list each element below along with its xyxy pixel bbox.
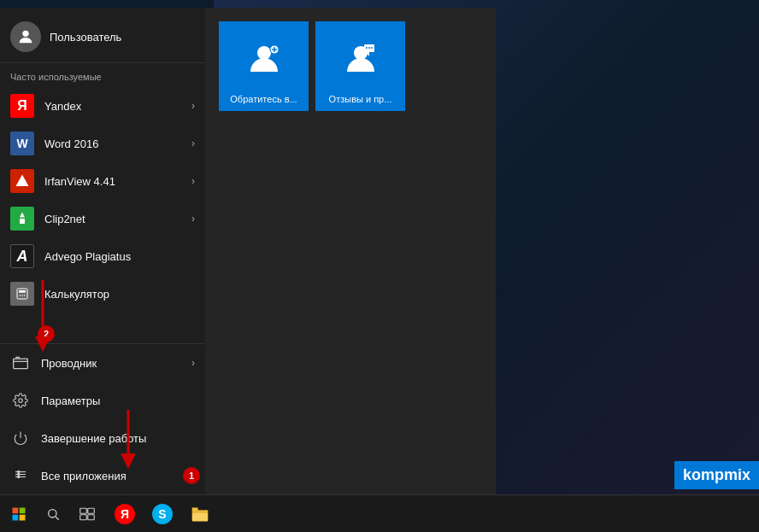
- svg-point-22: [366, 47, 368, 49]
- svg-point-5: [20, 295, 21, 296]
- chevron-right-icon: ›: [191, 175, 195, 187]
- explorer-icon: [10, 353, 31, 373]
- tile-feedback[interactable]: Отзывы и пр...: [315, 21, 405, 111]
- app-name-irfan: IrfanView 4.41: [44, 175, 181, 188]
- svg-rect-39: [192, 507, 197, 511]
- action-name-allapps: Все приложения: [41, 470, 195, 482]
- svg-rect-2: [20, 219, 25, 224]
- power-icon: [10, 428, 31, 448]
- svg-rect-35: [80, 514, 87, 519]
- svg-rect-8: [14, 359, 28, 369]
- start-menu-tiles-panel: Обратитесь в...: [205, 8, 496, 494]
- svg-rect-28: [20, 507, 26, 513]
- svg-rect-34: [88, 508, 95, 513]
- taskbar-skype-button[interactable]: S: [144, 495, 181, 533]
- chevron-right-icon: ›: [191, 357, 195, 369]
- svg-point-24: [371, 47, 373, 49]
- watermark: kompmix: [674, 461, 759, 489]
- svg-point-6: [21, 295, 23, 296]
- svg-rect-36: [88, 514, 95, 519]
- avatar: [10, 21, 41, 52]
- app-name-calc: Калькулятор: [44, 288, 195, 301]
- svg-point-17: [257, 46, 271, 60]
- chevron-right-icon: ›: [191, 100, 195, 112]
- action-item-allapps[interactable]: Все приложения 1: [0, 457, 205, 494]
- svg-rect-33: [80, 508, 87, 513]
- user-name: Пользователь: [50, 31, 121, 44]
- feedback-icon: [340, 38, 381, 79]
- tile-label-feedback: Отзывы и пр...: [315, 91, 405, 108]
- badge-1: 1: [183, 467, 200, 484]
- clip-icon: [10, 207, 34, 231]
- start-menu: Пользователь Часто используемые Я Yandex…: [0, 8, 496, 494]
- svg-point-31: [49, 509, 56, 517]
- action-name-settings: Параметры: [41, 395, 195, 407]
- taskbar-yandex-button[interactable]: Я: [106, 495, 144, 533]
- tiles-grid: Обратитесь в...: [219, 21, 482, 111]
- svg-point-15: [18, 473, 20, 475]
- chevron-right-icon: ›: [191, 137, 195, 149]
- action-item-power[interactable]: Завершение работы: [0, 419, 205, 457]
- taskbar: Я S: [0, 494, 759, 532]
- app-name-advego: Advego Plagiatus: [44, 250, 195, 263]
- svg-point-23: [368, 47, 370, 49]
- watermark-text: kompmix: [683, 466, 750, 483]
- frequent-label: Часто используемые: [0, 63, 205, 87]
- app-item-word[interactable]: W Word 2016 ›: [0, 125, 205, 162]
- svg-rect-30: [20, 514, 26, 520]
- svg-marker-1: [16, 175, 29, 187]
- svg-rect-4: [19, 290, 26, 293]
- yandex-icon: Я: [10, 94, 34, 118]
- user-section[interactable]: Пользователь: [0, 8, 205, 63]
- action-name-explorer: Проводник: [41, 357, 181, 370]
- app-item-calc[interactable]: Калькулятор: [0, 275, 205, 313]
- taskbar-taskview-button[interactable]: [68, 495, 106, 533]
- taskbar-start-button[interactable]: [0, 495, 38, 533]
- action-item-settings[interactable]: Параметры: [0, 382, 205, 419]
- action-item-explorer[interactable]: Проводник ›: [0, 344, 205, 382]
- svg-point-0: [22, 31, 28, 37]
- bottom-actions: Проводник › Параметры: [0, 343, 205, 494]
- advego-icon: A: [10, 244, 34, 268]
- calc-icon: [10, 282, 34, 306]
- badge-2: 2: [38, 325, 55, 342]
- svg-line-32: [56, 517, 59, 520]
- app-name-clip2net: Clip2net: [44, 213, 181, 225]
- svg-rect-27: [13, 507, 19, 513]
- svg-rect-29: [13, 514, 19, 520]
- contact-icon: [244, 38, 285, 79]
- app-item-yandex[interactable]: Я Yandex ›: [0, 87, 205, 125]
- svg-point-7: [24, 295, 26, 296]
- taskbar-explorer-button[interactable]: [181, 495, 219, 533]
- chevron-right-icon: ›: [191, 213, 195, 225]
- word-icon: W: [10, 132, 34, 155]
- app-list: Я Yandex › W Word 2016 ›: [0, 87, 205, 343]
- app-item-advego[interactable]: A Advego Plagiatus: [0, 237, 205, 275]
- svg-point-14: [18, 471, 20, 472]
- svg-rect-38: [192, 513, 208, 521]
- start-menu-left-panel: Пользователь Часто используемые Я Yandex…: [0, 8, 205, 494]
- app-item-clip2net[interactable]: Clip2net ›: [0, 200, 205, 237]
- action-name-power: Завершение работы: [41, 432, 195, 445]
- desktop: Пользователь Часто используемые Я Yandex…: [0, 0, 759, 532]
- svg-point-16: [18, 476, 20, 477]
- tile-contact[interactable]: Обратитесь в...: [219, 21, 309, 111]
- tile-label-contact: Обратитесь в...: [219, 91, 309, 108]
- svg-rect-3: [17, 289, 27, 299]
- app-name-yandex: Yandex: [44, 100, 181, 113]
- irfan-icon: [10, 169, 34, 193]
- apps-icon: [10, 465, 31, 486]
- app-item-irfan[interactable]: IrfanView 4.41 ›: [0, 162, 205, 200]
- settings-icon: [10, 390, 31, 411]
- app-name-word: Word 2016: [44, 137, 181, 150]
- svg-point-9: [19, 399, 23, 403]
- taskbar-search-button[interactable]: [38, 495, 68, 533]
